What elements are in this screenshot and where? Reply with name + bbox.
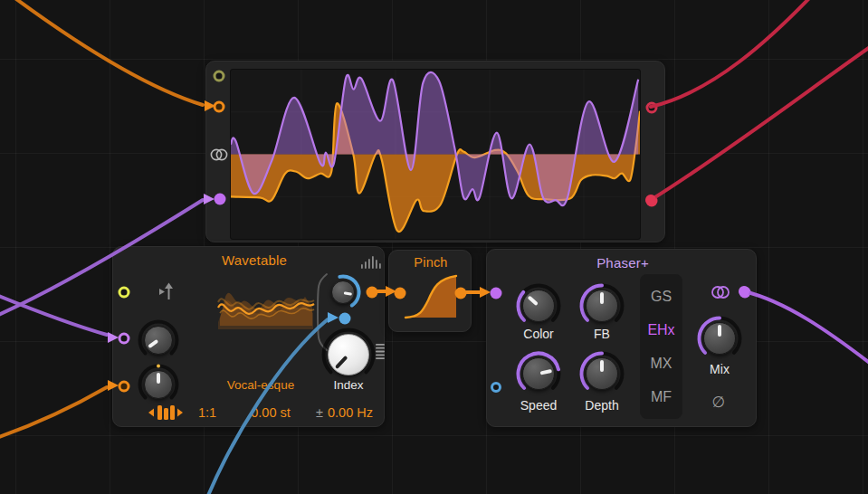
phaser-in-port[interactable] [491,288,502,299]
pinch-title: Pinch [414,255,447,270]
phaser-stereo-icon[interactable] [710,286,731,299]
cable-orange-to-wavetable [0,387,107,438]
wavetable-preset-name[interactable]: Vocal-esque [227,378,294,392]
wt-index-knob[interactable] [320,326,377,384]
phaser-out-port[interactable] [739,287,751,299]
phaser-fb-knob[interactable] [577,281,626,330]
cable-red-bottom [651,45,868,200]
scope-waveform-display [230,69,641,240]
phaser-color-label: Color [523,327,553,341]
pitch-trigger-icon [158,282,175,300]
index-steps-icon [375,344,386,360]
phaser-fb-label: FB [594,327,610,341]
wt-tune-hz-value[interactable]: 0.00 Hz [328,405,373,420]
pinch-out-port[interactable] [455,288,467,299]
phaser-depth-knob[interactable] [577,349,626,398]
scope-waveform-svg [231,70,640,239]
wavetable-module[interactable]: Wavetable [112,246,385,427]
scope-input-port-2[interactable] [215,194,226,205]
wt-tilt-knob[interactable] [136,362,181,407]
wt-tune-st-value[interactable]: 0.00 st [251,405,291,420]
keyboard-transpose-icon[interactable] [148,404,184,421]
phaser-speed-knob[interactable] [514,349,563,398]
phaser-mix-label: Mix [710,362,730,376]
cable-orange-to-scope [13,0,203,105]
wavetable-title: Wavetable [222,252,287,268]
cable-purple-from-phaser [744,291,868,364]
phaser-mode-selector[interactable]: GSEHxMXMF [640,274,682,419]
phaser-mode-mf[interactable]: MF [651,389,672,405]
phaser-mode-ehx[interactable]: EHx [647,322,674,338]
wt-shape-knob[interactable] [136,318,181,363]
wavetable-3d-preview[interactable] [216,266,316,337]
wt-tune-plusminus[interactable]: ± [316,405,323,420]
phaser-title: Phaser+ [596,255,649,271]
pinch-curve [404,272,460,321]
scope-output-port-1[interactable] [646,102,658,114]
phaser-mode-mx[interactable]: MX [651,356,672,372]
phaser-mode-gs[interactable]: GS [651,289,672,305]
phase-invert-toggle[interactable]: ∅ [712,393,726,412]
wt-mod-port-1[interactable] [119,333,130,345]
wt-ratio-value[interactable]: 1:1 [198,405,216,420]
pinch-in-port[interactable] [395,288,406,299]
cable-red-top [651,0,813,107]
scope-sync-port[interactable] [214,71,225,82]
phaser-color-knob[interactable] [514,281,563,330]
wt-index-mod-knob[interactable] [323,272,363,312]
wt-index-label: Index [333,378,363,392]
phaser-depth-label: Depth [585,398,618,413]
phaser-speed-mod-port[interactable] [491,382,501,393]
wt-mod-port-2[interactable] [119,381,130,393]
phaser-mix-knob[interactable] [695,314,744,363]
spectrum-bars-icon[interactable] [360,256,384,269]
wt-gate-port[interactable] [119,287,130,299]
wt-index-mod-in-port[interactable] [339,313,351,325]
phaser-speed-label: Speed [520,398,557,413]
cable-purple-to-wavetable [0,295,107,335]
grid-patcher-canvas[interactable]: Wavetable [0,0,868,494]
wt-out-port[interactable] [367,287,378,299]
scope-input-port-1[interactable] [214,101,225,113]
pinch-module[interactable]: Pinch [388,250,472,332]
phaser-module[interactable]: Phaser+ Color FB Speed Depth GSEHxMXMF M… [486,249,757,427]
oscilloscope-module[interactable] [205,61,665,242]
scope-output-port-2[interactable] [646,195,658,207]
stereo-icon [209,148,229,161]
